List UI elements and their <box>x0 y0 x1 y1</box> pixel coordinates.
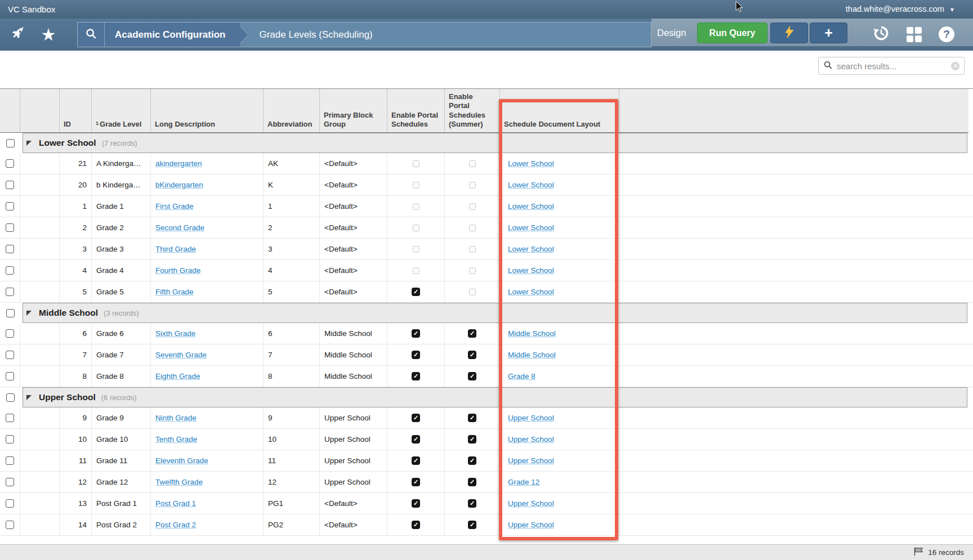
cell-enable_portal_summer <box>445 493 500 514</box>
plus-icon: + <box>824 26 833 40</box>
long_description-link[interactable]: Sixth Grade <box>155 329 195 338</box>
row-select-checkbox[interactable] <box>6 288 14 296</box>
row-select-checkbox[interactable] <box>6 245 14 253</box>
row-select-checkbox[interactable] <box>6 329 14 338</box>
long_description-link[interactable]: Post Grad 1 <box>155 499 196 508</box>
history-button[interactable] <box>872 25 891 44</box>
cell-primary_block_group: Middle School <box>320 344 387 365</box>
breadcrumb-search-button[interactable] <box>78 23 105 47</box>
column-header-grade_level[interactable]: 1Grade Level <box>92 89 151 132</box>
row-select-checkbox[interactable] <box>6 521 14 529</box>
long_description-link[interactable]: First Grade <box>155 202 194 210</box>
column-header-enable_portal_summer[interactable]: Enable Portal Schedules (Summer) <box>445 89 500 132</box>
long_description-link[interactable]: Third Grade <box>155 245 196 253</box>
row-select-checkbox[interactable] <box>6 159 14 168</box>
help-icon: ? <box>939 26 954 42</box>
row-select-checkbox[interactable] <box>6 181 14 189</box>
boolean-checked-icon <box>468 499 476 508</box>
cell-schedule_document_layout: Lower School <box>500 174 619 195</box>
flag-icon <box>913 547 924 558</box>
long_description-link[interactable]: Fifth Grade <box>155 288 194 296</box>
schedule_document_layout-link[interactable]: Grade 12 <box>508 478 539 486</box>
favorites-button[interactable]: ★ <box>36 23 61 46</box>
apps-grid-button[interactable] <box>904 25 923 44</box>
schedule_document_layout-link[interactable]: Lower School <box>508 245 554 253</box>
help-button[interactable]: ? <box>937 25 956 44</box>
user-account-menu[interactable]: thad.white@veracross.com ▾ <box>846 0 954 19</box>
design-link[interactable]: Design <box>657 19 686 51</box>
row-select-checkbox[interactable] <box>6 499 14 508</box>
row-select-checkbox[interactable] <box>6 202 14 210</box>
boolean-checked-icon <box>468 521 476 529</box>
boolean-unchecked-icon <box>469 182 476 189</box>
quick-actions-button[interactable] <box>770 23 808 43</box>
record-count: 16 records <box>928 548 964 557</box>
row-select-checkbox[interactable] <box>6 478 14 486</box>
schedule_document_layout-link[interactable]: Upper School <box>508 456 554 465</box>
clear-search-icon[interactable]: ✕ <box>951 62 959 70</box>
long_description-link[interactable]: bKindergarten <box>155 181 203 189</box>
breadcrumb-section[interactable]: Academic Configuration <box>105 23 240 47</box>
column-header-abbreviation[interactable]: Abbreviation <box>264 89 320 132</box>
row-select-checkbox[interactable] <box>6 351 14 359</box>
schedule_document_layout-link[interactable]: Lower School <box>508 202 554 210</box>
row-select-checkbox[interactable] <box>6 139 15 147</box>
long_description-link[interactable]: Twelfth Grade <box>155 478 203 486</box>
table-row: 12Grade 12Twelfth Grade12Upper SchoolGra… <box>0 472 973 493</box>
column-header-schedule_document_layout[interactable]: Schedule Document Layout <box>500 89 619 132</box>
long_description-link[interactable]: akindergarten <box>155 159 202 168</box>
row-select-checkbox[interactable] <box>6 309 15 317</box>
long_description-link[interactable]: Eighth Grade <box>155 372 200 380</box>
schedule_document_layout-link[interactable]: Lower School <box>508 159 554 168</box>
boolean-checked-icon <box>412 435 420 443</box>
column-header-id[interactable]: ID <box>60 89 92 132</box>
boolean-checked-icon <box>412 478 420 486</box>
schedule_document_layout-link[interactable]: Middle School <box>508 329 556 338</box>
cell-grade_level: Grade 6 <box>92 323 151 344</box>
long_description-link[interactable]: Second Grade <box>155 223 204 232</box>
cell-grade_level: Grade 1 <box>92 196 151 217</box>
column-header-enable_portal[interactable]: Enable Portal Schedules <box>387 89 445 132</box>
schedule_document_layout-link[interactable]: Lower School <box>508 181 554 189</box>
app-title: VC Sandbox <box>8 0 55 19</box>
search-input[interactable] <box>837 61 951 71</box>
column-header-long_description[interactable]: Long Description <box>151 89 264 132</box>
table-row: 2Grade 2Second Grade2<Default>Lower Scho… <box>0 217 973 239</box>
schedule_document_layout-link[interactable]: Middle School <box>508 351 556 359</box>
schedule_document_layout-link[interactable]: Grade 8 <box>508 372 535 380</box>
group-expand-icon[interactable] <box>26 311 32 316</box>
schedule_document_layout-link[interactable]: Lower School <box>508 288 554 296</box>
group-expand-icon[interactable] <box>26 141 32 146</box>
long_description-link[interactable]: Ninth Grade <box>155 414 197 422</box>
column-header-primary_block_group[interactable]: Primary Block Group <box>320 89 387 132</box>
row-select-checkbox[interactable] <box>6 223 14 232</box>
schedule_document_layout-link[interactable]: Lower School <box>508 223 554 232</box>
schedule_document_layout-link[interactable]: Upper School <box>508 414 554 422</box>
schedule_document_layout-link[interactable]: Lower School <box>508 266 554 275</box>
cell-abbreviation: PG1 <box>264 493 320 514</box>
home-launch-button[interactable] <box>6 23 30 46</box>
long_description-link[interactable]: Seventh Grade <box>155 351 207 359</box>
cell-enable_portal_summer <box>445 174 500 195</box>
row-select-checkbox[interactable] <box>6 393 15 402</box>
cell-abbreviation: 3 <box>264 239 320 259</box>
add-record-button[interactable]: + <box>810 23 847 43</box>
cell-enable_portal <box>387 429 445 450</box>
boolean-unchecked-icon <box>469 160 476 167</box>
long_description-link[interactable]: Eleventh Grade <box>155 456 208 465</box>
boolean-checked-icon <box>412 329 420 338</box>
group-expand-icon[interactable] <box>26 395 32 400</box>
run-query-button[interactable]: Run Query <box>697 23 767 43</box>
schedule_document_layout-link[interactable]: Upper School <box>508 435 554 443</box>
schedule_document_layout-link[interactable]: Upper School <box>508 499 554 508</box>
row-select-checkbox[interactable] <box>6 435 14 443</box>
long_description-link[interactable]: Post Grad 2 <box>155 521 196 529</box>
row-select-checkbox[interactable] <box>6 414 14 422</box>
row-select-checkbox[interactable] <box>6 266 14 275</box>
row-select-checkbox[interactable] <box>6 372 14 380</box>
schedule_document_layout-link[interactable]: Upper School <box>508 521 554 529</box>
long_description-link[interactable]: Tenth Grade <box>155 435 197 443</box>
row-select-checkbox[interactable] <box>6 456 14 465</box>
cell-schedule_document_layout: Lower School <box>500 217 619 238</box>
long_description-link[interactable]: Fourth Grade <box>155 266 200 275</box>
